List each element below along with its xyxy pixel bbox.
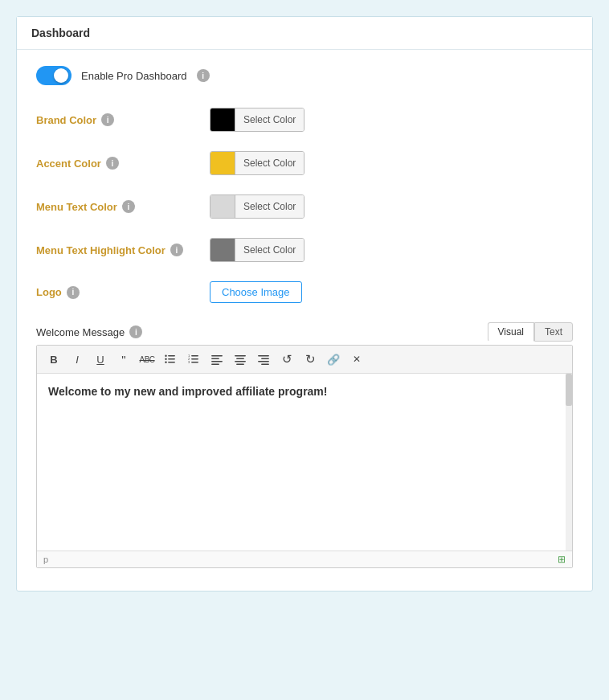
- brand-color-picker[interactable]: Select Color: [210, 108, 304, 132]
- svg-rect-2: [168, 362, 175, 363]
- enable-pro-row: Enable Pro Dashboard i: [36, 66, 573, 85]
- svg-rect-18: [235, 361, 246, 362]
- editor-scrollbar[interactable]: [566, 374, 572, 551]
- choose-image-button[interactable]: Choose Image: [210, 281, 302, 303]
- svg-rect-6: [191, 355, 198, 357]
- menu-text-color-swatch: [210, 194, 235, 219]
- editor-footer: p ⊞: [37, 551, 572, 567]
- svg-rect-7: [191, 358, 198, 360]
- welcome-label: Welcome Message i: [36, 325, 142, 338]
- svg-rect-16: [235, 355, 246, 357]
- svg-rect-13: [211, 358, 219, 360]
- editor-container: B I U " ABC 123: [36, 345, 573, 568]
- brand-color-label: Brand Color i: [36, 113, 197, 126]
- ordered-list-button[interactable]: 123: [183, 350, 204, 369]
- menu-text-highlight-color-swatch: [210, 238, 235, 262]
- menu-text-color-row: Menu Text Color i Select Color: [36, 194, 573, 219]
- svg-rect-21: [261, 358, 269, 360]
- accent-color-label: Accent Color i: [36, 157, 197, 170]
- svg-rect-8: [191, 362, 198, 363]
- accent-color-swatch: [210, 151, 235, 175]
- svg-rect-20: [258, 355, 269, 357]
- accent-color-picker[interactable]: Select Color: [210, 151, 304, 175]
- accent-color-row: Accent Color i Select Color: [36, 151, 573, 175]
- enable-pro-label: Enable Pro Dashboard: [81, 70, 187, 82]
- bold-button[interactable]: B: [43, 350, 64, 369]
- editor-wrapper: Welcome to my new and improved affiliate…: [37, 374, 572, 551]
- enable-pro-info-icon[interactable]: i: [197, 69, 210, 82]
- tab-text[interactable]: Text: [534, 322, 573, 342]
- accent-color-btn-label: Select Color: [235, 152, 304, 174]
- italic-button[interactable]: I: [67, 350, 88, 369]
- brand-color-info-icon[interactable]: i: [101, 113, 114, 126]
- menu-text-highlight-color-row: Menu Text Highlight Color i Select Color: [36, 238, 573, 262]
- svg-point-5: [165, 362, 166, 363]
- strikethrough-button[interactable]: ABC: [137, 350, 157, 369]
- menu-text-highlight-color-label: Menu Text Highlight Color i: [36, 244, 197, 256]
- svg-point-3: [165, 355, 166, 357]
- logo-info-icon[interactable]: i: [67, 286, 80, 299]
- logo-row: Logo i Choose Image: [36, 281, 573, 303]
- blockquote-button[interactable]: ": [113, 350, 134, 369]
- underline-button[interactable]: U: [90, 350, 111, 369]
- menu-text-highlight-color-btn-label: Select Color: [235, 239, 304, 261]
- welcome-message-section: Welcome Message i Visual Text B I U " AB…: [36, 322, 573, 568]
- welcome-message-info-icon[interactable]: i: [129, 325, 142, 338]
- unlink-button[interactable]: ✕: [346, 350, 367, 369]
- editor-scrollbar-thumb: [566, 374, 572, 406]
- svg-point-4: [165, 358, 166, 360]
- align-center-button[interactable]: [230, 350, 251, 369]
- menu-text-color-btn-label: Select Color: [235, 195, 304, 218]
- menu-text-color-info-icon[interactable]: i: [122, 200, 135, 213]
- undo-button[interactable]: ↺: [276, 350, 297, 369]
- svg-rect-22: [258, 361, 269, 362]
- tab-visual[interactable]: Visual: [488, 322, 534, 342]
- svg-rect-15: [211, 364, 219, 366]
- svg-rect-14: [211, 361, 223, 362]
- menu-text-highlight-color-picker[interactable]: Select Color: [210, 238, 304, 262]
- link-button[interactable]: 🔗: [323, 350, 344, 369]
- editor-text: Welcome to my new and improved affiliate…: [48, 383, 561, 400]
- brand-color-swatch: [210, 108, 235, 132]
- svg-rect-23: [261, 364, 269, 366]
- svg-text:3: 3: [188, 360, 190, 364]
- toggle-thumb: [54, 68, 68, 83]
- enable-pro-toggle[interactable]: [36, 66, 72, 85]
- align-right-button[interactable]: [253, 350, 274, 369]
- brand-color-row: Brand Color i Select Color: [36, 108, 573, 132]
- editor-toolbar: B I U " ABC 123: [37, 346, 572, 374]
- welcome-header: Welcome Message i Visual Text: [36, 322, 573, 342]
- logo-label: Logo i: [36, 286, 197, 299]
- unordered-list-button[interactable]: [160, 350, 181, 369]
- panel-header: Dashboard: [17, 17, 592, 50]
- menu-text-highlight-color-info-icon[interactable]: i: [170, 244, 183, 256]
- accent-color-info-icon[interactable]: i: [106, 157, 119, 170]
- dashboard-panel: Dashboard Enable Pro Dashboard i Brand C…: [16, 16, 593, 592]
- svg-rect-17: [236, 358, 244, 360]
- svg-rect-1: [168, 358, 175, 360]
- redo-button[interactable]: ↻: [300, 350, 321, 369]
- svg-rect-12: [211, 355, 223, 357]
- svg-rect-0: [168, 355, 175, 357]
- svg-rect-19: [236, 364, 244, 366]
- panel-body: Enable Pro Dashboard i Brand Color i Sel…: [17, 50, 592, 591]
- menu-text-color-label: Menu Text Color i: [36, 200, 197, 213]
- editor-content[interactable]: Welcome to my new and improved affiliate…: [37, 374, 572, 551]
- menu-text-color-picker[interactable]: Select Color: [210, 194, 304, 219]
- brand-color-btn-label: Select Color: [235, 108, 304, 131]
- align-left-button[interactable]: [206, 350, 227, 369]
- panel-title: Dashboard: [31, 27, 90, 39]
- editor-resize-icon[interactable]: ⊞: [558, 554, 566, 565]
- editor-tabs: Visual Text: [488, 322, 573, 342]
- editor-footer-tag: p: [43, 555, 48, 564]
